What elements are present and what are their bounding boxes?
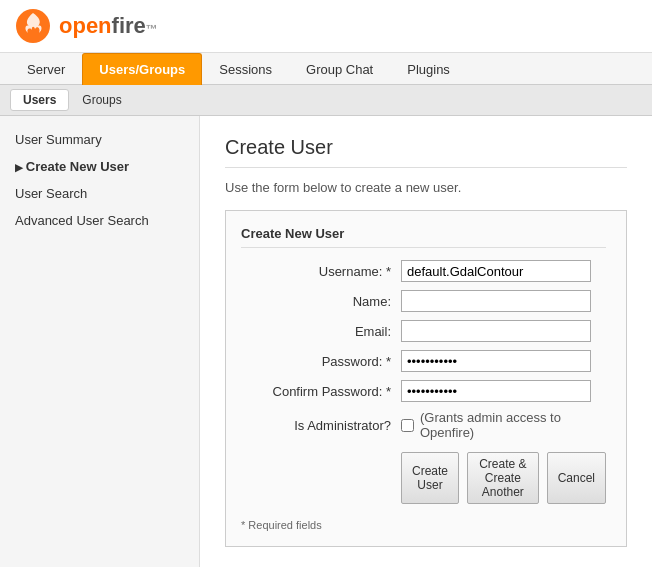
- intro-text: Use the form below to create a new user.: [225, 180, 627, 195]
- password-label: Password: *: [241, 354, 401, 369]
- is-admin-note: (Grants admin access to Openfire): [420, 410, 606, 440]
- name-label: Name:: [241, 294, 401, 309]
- main-nav: Server Users/Groups Sessions Group Chat …: [0, 53, 652, 85]
- cancel-button[interactable]: Cancel: [547, 452, 606, 504]
- nav-group-chat[interactable]: Group Chat: [289, 53, 390, 85]
- form-box-title: Create New User: [241, 226, 606, 248]
- is-admin-row: Is Administrator? (Grants admin access t…: [241, 410, 606, 440]
- nav-users-groups[interactable]: Users/Groups: [82, 53, 202, 85]
- confirm-password-row: Confirm Password: *: [241, 380, 606, 402]
- email-label: Email:: [241, 324, 401, 339]
- logo-icon: [15, 8, 51, 44]
- logo-area: openfire™: [15, 8, 158, 44]
- name-row: Name:: [241, 290, 606, 312]
- password-input[interactable]: [401, 350, 591, 372]
- name-input[interactable]: [401, 290, 591, 312]
- sub-nav: Users Groups: [0, 85, 652, 116]
- header: openfire™: [0, 0, 652, 53]
- required-note: * Required fields: [241, 519, 606, 531]
- button-row: Create User Create & Create Another Canc…: [401, 452, 606, 504]
- confirm-password-input[interactable]: [401, 380, 591, 402]
- sidebar-item-create-new-user[interactable]: Create New User: [0, 153, 199, 180]
- email-input[interactable]: [401, 320, 591, 342]
- password-row: Password: *: [241, 350, 606, 372]
- is-admin-checkbox[interactable]: [401, 419, 414, 432]
- sidebar-item-user-search[interactable]: User Search: [0, 180, 199, 207]
- sidebar: User Summary Create New User User Search…: [0, 116, 200, 567]
- main-content: Create User Use the form below to create…: [200, 116, 652, 567]
- logo-text: openfire™: [59, 13, 158, 39]
- sub-nav-groups[interactable]: Groups: [69, 89, 134, 111]
- sub-nav-users[interactable]: Users: [10, 89, 69, 111]
- username-label: Username: *: [241, 264, 401, 279]
- nav-plugins[interactable]: Plugins: [390, 53, 467, 85]
- create-user-button[interactable]: Create User: [401, 452, 459, 504]
- username-row: Username: *: [241, 260, 606, 282]
- is-admin-area: (Grants admin access to Openfire): [401, 410, 606, 440]
- sidebar-item-user-summary[interactable]: User Summary: [0, 126, 199, 153]
- username-input[interactable]: [401, 260, 591, 282]
- content-area: User Summary Create New User User Search…: [0, 116, 652, 567]
- email-row: Email:: [241, 320, 606, 342]
- nav-server[interactable]: Server: [10, 53, 82, 85]
- confirm-password-label: Confirm Password: *: [241, 384, 401, 399]
- is-admin-label: Is Administrator?: [241, 418, 401, 433]
- nav-sessions[interactable]: Sessions: [202, 53, 289, 85]
- create-another-button[interactable]: Create & Create Another: [467, 452, 539, 504]
- page-title: Create User: [225, 136, 627, 168]
- create-user-form-box: Create New User Username: * Name: Email:…: [225, 210, 627, 547]
- sidebar-item-advanced-user-search[interactable]: Advanced User Search: [0, 207, 199, 234]
